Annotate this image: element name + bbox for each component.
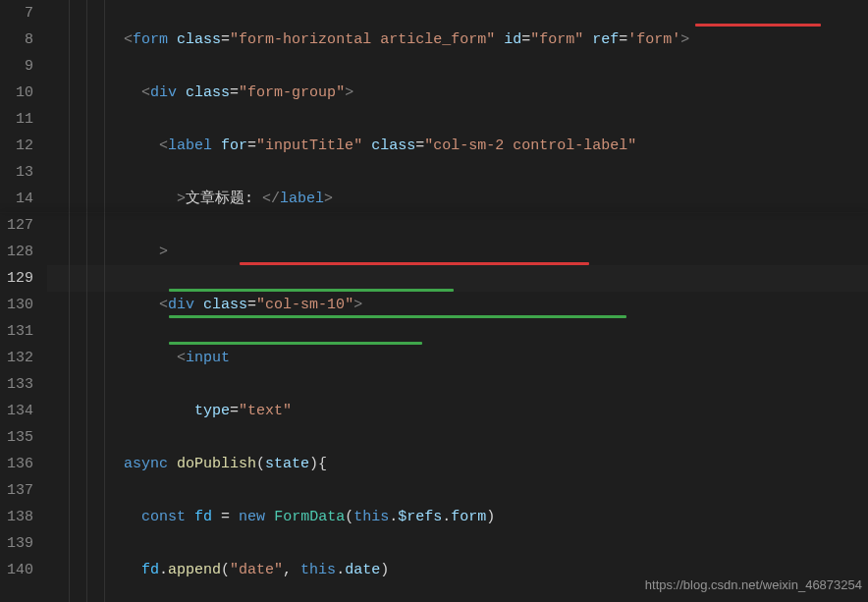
line-number-gutter: 7 8 9 10 11 12 13 14 127 128 129 130 131… — [0, 0, 47, 602]
code-line: <form class="form-horizontal article_for… — [71, 27, 868, 53]
annotation-underline-green — [169, 342, 422, 345]
line-number: 131 — [0, 318, 33, 345]
line-number: 9 — [0, 53, 33, 80]
line-number-current: 129 — [0, 265, 33, 292]
line-number: 7 — [0, 0, 33, 27]
code-line: type="text" — [71, 398, 868, 424]
annotation-underline-green — [169, 289, 454, 292]
line-number: 10 — [0, 80, 33, 106]
code-editor[interactable]: 7 8 9 10 11 12 13 14 127 128 129 130 131… — [0, 0, 868, 602]
line-number: 135 — [0, 424, 33, 451]
code-line: const fd = new FormData(this.$refs.form) — [71, 504, 868, 530]
code-area[interactable]: <form class="form-horizontal article_for… — [71, 0, 868, 602]
line-number: 12 — [0, 133, 33, 159]
code-line: <label for="inputTitle" class="col-sm-2 … — [71, 133, 868, 159]
line-number: 133 — [0, 371, 33, 398]
line-number: 13 — [0, 159, 33, 186]
code-line: > — [71, 239, 868, 265]
line-number: 11 — [0, 106, 33, 133]
line-number: 130 — [0, 292, 33, 318]
line-number: 136 — [0, 451, 33, 477]
annotation-underline-red — [695, 24, 821, 27]
line-number: 139 — [0, 530, 33, 557]
code-line: <div class="col-sm-10"> — [71, 292, 868, 318]
line-number: 137 — [0, 477, 33, 504]
code-line: >文章标题: </label> — [71, 186, 868, 212]
line-number: 14 — [0, 186, 33, 212]
line-number: 138 — [0, 504, 33, 530]
code-line: <div class="form-group"> — [71, 80, 868, 106]
line-number: 140 — [0, 557, 33, 583]
line-number: 127 — [0, 212, 33, 239]
line-number: 8 — [0, 27, 33, 53]
section-divider — [0, 212, 868, 213]
line-number: 132 — [0, 345, 33, 371]
annotation-underline-green — [169, 315, 626, 318]
code-line: async doPublish(state){ — [71, 451, 868, 477]
line-number: 134 — [0, 398, 33, 424]
watermark: https://blog.csdn.net/weixin_46873254 — [645, 572, 862, 598]
line-number: 128 — [0, 239, 33, 265]
code-line: <input — [71, 345, 868, 371]
annotation-underline-red — [240, 262, 589, 265]
